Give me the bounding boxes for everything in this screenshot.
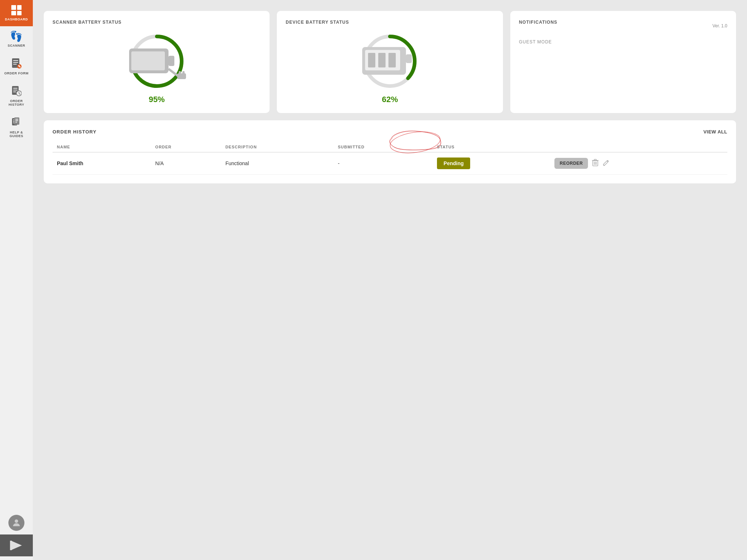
edit-icon[interactable] (603, 159, 609, 168)
svg-point-21 (15, 520, 18, 523)
notifications-header: NOTIFICATIONS Ver. 1.0 (519, 20, 727, 32)
user-avatar[interactable] (8, 515, 24, 531)
row-submitted: - (333, 152, 433, 175)
svg-marker-22 (11, 541, 22, 550)
device-battery-icon (361, 32, 419, 90)
sidebar-label-order-form: ORDER FORM (4, 71, 29, 75)
svg-rect-1 (13, 60, 18, 61)
sidebar-item-order-form[interactable]: ✎ ORDER FORM (0, 52, 33, 80)
device-battery-percent: 62% (382, 95, 398, 104)
user-icon (11, 518, 22, 528)
view-all-button[interactable]: VIEW ALL (703, 129, 727, 135)
sidebar-label-dashboard: DASHBOARD (5, 18, 28, 21)
status-badge: Pending (437, 158, 470, 169)
scanner-battery-card: SCANNER BATTERY STATUS (44, 11, 270, 113)
svg-rect-8 (13, 90, 18, 90)
order-form-icon: ✎ (11, 58, 22, 69)
table-row: Paul Smith N/A Functional - Pending REOR… (53, 152, 727, 175)
main-content: SCANNER BATTERY STATUS (33, 0, 747, 560)
help-guides-icon (11, 117, 22, 128)
svg-rect-3 (13, 64, 17, 65)
svg-rect-32 (182, 71, 185, 75)
scanner-battery-gauge (128, 32, 186, 90)
battery-cards-row: SCANNER BATTERY STATUS (44, 11, 736, 113)
scanner-battery-title: SCANNER BATTERY STATUS (53, 20, 261, 25)
svg-rect-40 (406, 54, 412, 63)
svg-rect-30 (177, 73, 186, 79)
sidebar-bottom (0, 515, 33, 560)
sidebar-label-scanner: SCANNER (8, 44, 25, 47)
device-battery-container: 62% (286, 32, 494, 104)
row-description: Functional (221, 152, 333, 175)
col-order: ORDER (151, 142, 221, 152)
row-status: Pending (433, 152, 550, 175)
reorder-button[interactable]: REORDER (554, 158, 588, 169)
order-history-table: NAME ORDER DESCRIPTION SUBMITTED STATUS … (53, 142, 727, 175)
sidebar: DASHBOARD 👣 SCANNER ✎ ORDER FORM ORDER H… (0, 0, 33, 560)
col-name: NAME (53, 142, 151, 152)
logo-icon (9, 539, 24, 552)
footprint-icon: 👣 (10, 31, 23, 42)
svg-rect-19 (15, 120, 18, 121)
svg-rect-37 (368, 53, 375, 67)
col-status: STATUS (433, 142, 550, 152)
device-battery-title: DEVICE BATTERY STATUS (286, 20, 494, 25)
order-history-icon (11, 85, 22, 97)
sidebar-item-dashboard[interactable]: DASHBOARD (0, 0, 33, 26)
col-description: DESCRIPTION (221, 142, 333, 152)
order-history-card: ORDER HISTORY VIEW ALL NAME ORDER DESCRI… (44, 120, 736, 183)
notifications-title: NOTIFICATIONS (519, 20, 557, 25)
svg-text:✎: ✎ (18, 65, 21, 69)
svg-rect-39 (388, 53, 396, 67)
svg-rect-20 (15, 122, 17, 122)
delete-icon[interactable] (592, 159, 599, 168)
row-name: Paul Smith (53, 152, 151, 175)
col-submitted: SUBMITTED (333, 142, 433, 152)
sidebar-item-order-history[interactable]: ORDER HISTORY (0, 80, 33, 112)
scanner-battery-icon (128, 32, 186, 90)
sidebar-label-order-history: ORDER HISTORY (3, 99, 30, 106)
svg-rect-2 (13, 62, 18, 63)
action-icons: REORDER (554, 158, 723, 169)
order-history-title: ORDER HISTORY (53, 129, 97, 135)
svg-rect-38 (378, 53, 386, 67)
row-order: N/A (151, 152, 221, 175)
scanner-battery-percent: 95% (149, 95, 165, 104)
notifications-version: Ver. 1.0 (712, 23, 727, 28)
svg-rect-43 (594, 159, 596, 160)
sidebar-item-help-guides[interactable]: HELP & GUIDES (0, 112, 33, 143)
svg-rect-28 (169, 56, 174, 66)
sidebar-item-scanner[interactable]: 👣 SCANNER (0, 26, 33, 52)
svg-rect-31 (179, 71, 181, 75)
sidebar-label-help-guides: HELP & GUIDES (3, 131, 30, 138)
table-header-row: NAME ORDER DESCRIPTION SUBMITTED STATUS (53, 142, 727, 152)
notifications-mode: GUEST MODE (519, 39, 727, 44)
svg-rect-18 (15, 119, 18, 120)
order-history-header: ORDER HISTORY VIEW ALL (53, 129, 727, 135)
svg-rect-7 (13, 88, 18, 89)
scanner-battery-container: 95% (53, 32, 261, 104)
svg-rect-27 (131, 51, 165, 70)
svg-rect-9 (13, 92, 16, 92)
device-battery-gauge (361, 32, 419, 90)
row-actions: REORDER (550, 152, 727, 175)
notifications-card: NOTIFICATIONS Ver. 1.0 GUEST MODE (510, 11, 736, 113)
device-battery-card: DEVICE BATTERY STATUS (277, 11, 503, 113)
dashboard-icon (11, 5, 22, 15)
logo-box (0, 534, 33, 556)
